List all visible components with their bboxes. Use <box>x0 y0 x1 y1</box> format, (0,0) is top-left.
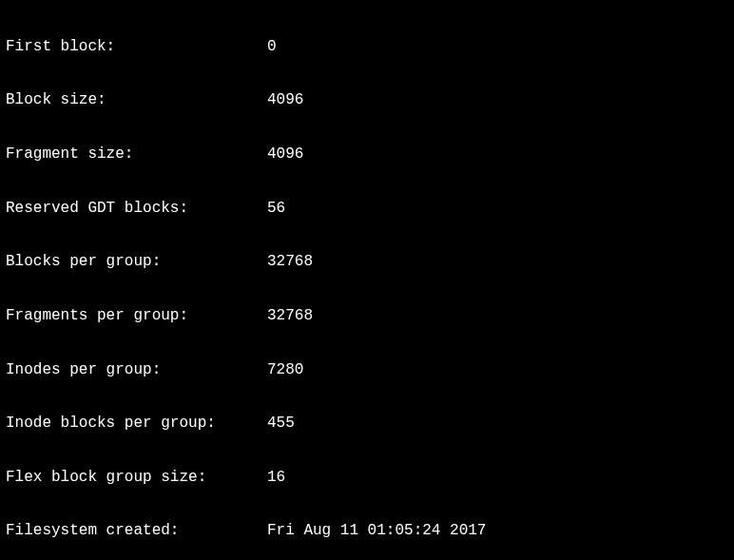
fs-row-first-block: First block:0 <box>6 38 728 56</box>
fs-label: Reserved GDT blocks: <box>6 200 267 218</box>
fs-value: 32768 <box>267 307 728 325</box>
terminal-output: First block:0 Block size:4096 Fragment s… <box>0 0 734 560</box>
fs-row-blocks-per-group: Blocks per group:32768 <box>6 253 728 271</box>
fs-value: 4096 <box>267 145 728 164</box>
fs-label: Fragment size: <box>6 145 267 164</box>
fs-value: 0 <box>267 38 728 56</box>
fs-row-fragments-per-group: Fragments per group:32768 <box>6 307 728 325</box>
fs-value: 56 <box>267 200 728 218</box>
fs-label: First block: <box>6 38 267 56</box>
fs-label: Block size: <box>6 91 267 109</box>
fs-label: Filesystem created: <box>6 522 267 540</box>
fs-label: Flex block group size: <box>6 469 267 487</box>
fs-value: 455 <box>267 415 728 433</box>
fs-label: Fragments per group: <box>6 307 267 325</box>
fs-row-block-size: Block size:4096 <box>6 91 728 109</box>
fs-row-inodes-per-group: Inodes per group:7280 <box>6 361 728 379</box>
fs-value: 16 <box>267 469 728 487</box>
fs-row-reserved-gdt-blocks: Reserved GDT blocks:56 <box>6 200 728 218</box>
fs-value: Fri Aug 11 01:05:24 2017 <box>267 522 728 540</box>
fs-value: 4096 <box>267 91 728 109</box>
fs-row-fragment-size: Fragment size:4096 <box>6 145 728 164</box>
fs-label: Inode blocks per group: <box>6 415 267 433</box>
fs-label: Blocks per group: <box>6 253 267 271</box>
fs-row-filesystem-created: Filesystem created:Fri Aug 11 01:05:24 2… <box>6 522 728 540</box>
fs-row-inode-blocks-per-group: Inode blocks per group:455 <box>6 415 728 433</box>
fs-value: 7280 <box>267 361 728 379</box>
fs-label: Inodes per group: <box>6 361 267 379</box>
fs-row-flex-block-group-size: Flex block group size:16 <box>6 469 728 487</box>
fs-value: 32768 <box>267 253 728 271</box>
